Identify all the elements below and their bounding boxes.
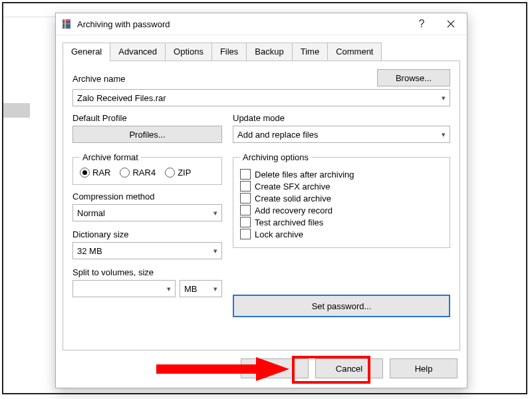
chevron-down-icon: ▾: [213, 209, 217, 217]
radio-icon: [120, 168, 130, 178]
radio-label: RAR: [92, 168, 110, 178]
tab-general[interactable]: General: [63, 43, 110, 61]
dictionary-value: 32 MB: [77, 246, 102, 256]
ok-label: OK: [269, 364, 281, 374]
archive-name-label: Archive name: [72, 74, 125, 84]
svg-rect-3: [63, 26, 70, 28]
check-label: Test archived files: [255, 217, 323, 227]
radio-rar[interactable]: RAR: [80, 168, 110, 178]
dictionary-select[interactable]: 32 MB ▾: [72, 242, 222, 259]
compression-label: Compression method: [72, 192, 222, 201]
left-column: Default Profile Profiles... Archive form…: [72, 113, 222, 317]
radio-icon: [165, 168, 175, 178]
tab-backup[interactable]: Backup: [246, 43, 292, 61]
checkbox-icon: [240, 217, 251, 227]
tab-files[interactable]: Files: [211, 43, 247, 61]
radio-label: RAR4: [132, 168, 156, 178]
window-title: Archiving with password: [77, 19, 407, 29]
right-column: Update mode Add and replace files ▾ Arch…: [233, 113, 450, 317]
archive-dialog: Archiving with password ? General Advanc…: [55, 13, 467, 388]
tab-advanced[interactable]: Advanced: [110, 43, 166, 61]
screenshot-frame: Archiving with password ? General Advanc…: [2, 2, 527, 394]
default-profile-label: Default Profile: [72, 113, 222, 123]
compression-value: Normal: [77, 208, 105, 218]
chevron-down-icon: ▾: [213, 247, 217, 255]
check-recovery[interactable]: Add recovery record: [240, 205, 443, 215]
tab-label: General: [71, 47, 102, 57]
checkbox-icon: [240, 229, 251, 239]
dictionary-label: Dictionary size: [72, 229, 222, 239]
update-mode-value: Add and replace files: [237, 130, 318, 140]
archive-format-legend: Archive format: [80, 152, 141, 162]
check-solid[interactable]: Create solid archive: [240, 193, 443, 203]
cancel-label: Cancel: [336, 364, 362, 374]
check-label: Lock archive: [255, 229, 303, 239]
winrar-icon: [61, 19, 72, 29]
browse-button[interactable]: Browse...: [377, 69, 450, 86]
set-password-label: Set password...: [312, 301, 372, 311]
tab-label: Options: [174, 47, 203, 57]
set-password-button[interactable]: Set password...: [233, 295, 450, 317]
check-delete-after[interactable]: Delete files after archiving: [240, 169, 443, 180]
checkbox-icon: [240, 181, 251, 192]
svg-rect-2: [63, 23, 70, 25]
check-label: Create SFX archive: [255, 182, 330, 192]
radio-zip[interactable]: ZIP: [165, 168, 191, 178]
profiles-label: Profiles...: [129, 130, 165, 140]
close-icon: [447, 19, 455, 30]
tab-time[interactable]: Time: [292, 43, 328, 61]
update-mode-label: Update mode: [233, 113, 450, 123]
titlebar: Archiving with password ?: [56, 13, 467, 35]
split-unit-value: MB: [184, 284, 198, 294]
ok-button[interactable]: OK: [241, 358, 309, 378]
general-panel: Archive name Browse... Zalo Received Fil…: [63, 61, 460, 350]
chevron-down-icon: ▾: [167, 285, 171, 293]
chevron-down-icon: ▾: [442, 94, 446, 102]
help-footer-button[interactable]: Help: [390, 358, 458, 378]
checkbox-icon: [240, 205, 251, 215]
check-test[interactable]: Test archived files: [240, 217, 443, 227]
check-label: Add recovery record: [255, 205, 332, 215]
check-label: Create solid archive: [255, 194, 331, 203]
tab-label: Advanced: [118, 47, 157, 57]
tab-comment[interactable]: Comment: [327, 43, 382, 61]
radio-icon: [80, 168, 90, 178]
dialog-footer: OK Cancel Help: [56, 350, 467, 388]
help-icon: ?: [419, 18, 425, 30]
tab-strip: General Advanced Options Files Backup Ti…: [56, 35, 467, 61]
tab-label: Backup: [255, 47, 283, 57]
checkbox-icon: [240, 169, 251, 180]
checkbox-icon: [240, 193, 251, 203]
archive-name-input[interactable]: Zalo Received Files.rar ▾: [72, 89, 450, 106]
split-unit-select[interactable]: MB ▾: [180, 280, 222, 297]
background-window-edge: [3, 17, 57, 17]
chevron-down-icon: ▾: [213, 285, 217, 293]
check-label: Delete files after archiving: [255, 170, 354, 180]
split-label: Split to volumes, size: [72, 267, 222, 277]
compression-select[interactable]: Normal ▾: [72, 204, 222, 221]
close-button[interactable]: [436, 14, 466, 34]
tab-label: Time: [301, 47, 319, 57]
help-button[interactable]: ?: [407, 14, 436, 34]
update-mode-select[interactable]: Add and replace files ▾: [233, 126, 450, 143]
check-sfx[interactable]: Create SFX archive: [240, 181, 443, 192]
svg-rect-4: [65, 19, 66, 29]
background-selection: [3, 103, 30, 118]
tab-label: Files: [220, 47, 238, 57]
browse-label: Browse...: [396, 73, 432, 83]
archive-name-value: Zalo Received Files.rar: [77, 93, 166, 103]
help-label: Help: [415, 364, 433, 374]
radio-label: ZIP: [178, 168, 191, 178]
split-size-input[interactable]: ▾: [72, 280, 176, 297]
tab-label: Comment: [336, 47, 373, 57]
check-lock[interactable]: Lock archive: [240, 229, 443, 239]
archiving-options-legend: Archiving options: [240, 152, 311, 162]
radio-rar4[interactable]: RAR4: [120, 168, 156, 178]
tab-options[interactable]: Options: [165, 43, 212, 61]
profiles-button[interactable]: Profiles...: [72, 126, 222, 143]
svg-rect-1: [63, 19, 70, 21]
cancel-button[interactable]: Cancel: [315, 358, 383, 378]
chevron-down-icon: ▾: [442, 130, 446, 139]
